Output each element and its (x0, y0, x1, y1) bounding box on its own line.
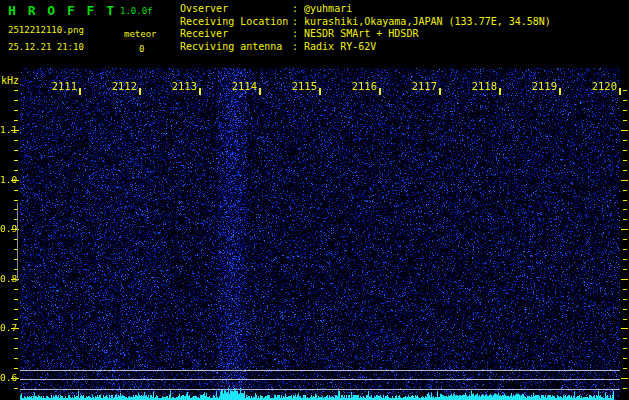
left-carryover-marker (17, 203, 18, 281)
time-axis-label: 2113 (170, 81, 197, 92)
time-tick (619, 88, 621, 95)
freq-tick-left (14, 348, 18, 349)
freq-tick-left (14, 160, 18, 161)
time-tick (319, 88, 321, 95)
freq-axis-label: 0.9 (0, 224, 15, 234)
time-axis-label: 2116 (350, 81, 377, 92)
freq-tick-right (623, 190, 627, 191)
freq-tick-right (623, 259, 627, 260)
mode-label: meteor (124, 29, 157, 39)
time-axis-label: 2118 (470, 81, 497, 92)
time-tick (79, 88, 81, 95)
freq-tick-right (623, 120, 627, 121)
freq-tick-left (14, 368, 18, 369)
freq-tick-right (621, 279, 628, 280)
output-filename: 2512212110.png (8, 25, 84, 35)
app-title: H R O F F T (8, 3, 116, 18)
info-label: Ovserver (180, 3, 292, 16)
freq-tick-left (14, 388, 18, 389)
freq-tick-right (623, 338, 627, 339)
freq-tick-right (623, 348, 627, 349)
freq-tick-left (14, 190, 18, 191)
time-tick (439, 88, 441, 95)
info-row: Recviving antenna: Radix RY-62V (180, 41, 551, 54)
hrofft-screen: H R O F F T 1.0.0f 2512212110.png meteor… (0, 0, 629, 400)
freq-tick-right (623, 358, 627, 359)
freq-tick-right (621, 180, 628, 181)
info-value: : Radix RY-62V (292, 41, 376, 54)
freq-tick-left (14, 289, 18, 290)
freq-tick-right (621, 229, 628, 230)
freq-tick-left (14, 200, 18, 201)
freq-tick-left (14, 140, 18, 141)
freq-tick-right (621, 130, 628, 131)
freq-tick-right (623, 219, 627, 220)
freq-axis-label: 1.1 (0, 125, 15, 135)
time-axis-label: 2111 (50, 81, 77, 92)
time-tick (379, 88, 381, 95)
freq-tick-right (623, 160, 627, 161)
freq-tick-right (623, 319, 627, 320)
app-version: 1.0.0f (120, 6, 153, 16)
freq-tick-left (14, 358, 18, 359)
freq-tick-right (623, 239, 627, 240)
freq-tick-right (623, 249, 627, 250)
freq-tick-right (623, 90, 627, 91)
time-axis-label: 2112 (110, 81, 137, 92)
time-tick (499, 88, 501, 95)
info-label: Recviving antenna (180, 41, 292, 54)
freq-tick-left (14, 319, 18, 320)
time-axis-label: 2119 (530, 81, 557, 92)
freq-tick-right (623, 200, 627, 201)
time-axis-label: 2120 (590, 81, 617, 92)
observer-info-block: Ovserver: @yuhmariReceiving Location: ku… (180, 3, 551, 53)
datetime-label: 25.12.21 21:10 (8, 42, 84, 52)
time-tick (259, 88, 261, 95)
info-row: Receiver: NESDR SMArt + HDSDR (180, 28, 551, 41)
freq-tick-right (623, 110, 627, 111)
freq-tick-left (14, 299, 18, 300)
time-tick (139, 88, 141, 95)
freq-axis-label: 0.6 (0, 373, 15, 383)
spectrogram-canvas (20, 68, 620, 400)
freq-tick-right (623, 150, 627, 151)
meteor-count: 0 (139, 44, 144, 54)
freq-tick-right (623, 388, 627, 389)
info-label: Receiving Location (180, 16, 292, 29)
time-axis-label: 2117 (410, 81, 437, 92)
freq-tick-left (14, 110, 18, 111)
freq-tick-right (623, 309, 627, 310)
freq-tick-left (14, 170, 18, 171)
time-tick (559, 88, 561, 95)
freq-tick-left (14, 338, 18, 339)
freq-unit-label: kHz (1, 75, 19, 86)
freq-tick-right (623, 170, 627, 171)
freq-tick-right (623, 289, 627, 290)
freq-tick-right (623, 100, 627, 101)
freq-tick-left (14, 309, 18, 310)
freq-tick-right (623, 209, 627, 210)
freq-tick-right (621, 328, 628, 329)
time-axis-label: 2115 (290, 81, 317, 92)
freq-axis-label: 0.7 (0, 323, 15, 333)
freq-tick-left (14, 100, 18, 101)
info-value: : NESDR SMArt + HDSDR (292, 28, 418, 41)
info-value: : @yuhmari (292, 3, 352, 16)
freq-tick-left (14, 90, 18, 91)
freq-tick-right (623, 269, 627, 270)
freq-tick-right (623, 299, 627, 300)
time-tick (199, 88, 201, 95)
freq-tick-right (623, 368, 627, 369)
freq-tick-right (623, 140, 627, 141)
info-value: : kurashiki,Okayama,JAPAN (133.77E, 34.5… (292, 16, 551, 29)
info-row: Ovserver: @yuhmari (180, 3, 551, 16)
freq-tick-left (14, 150, 18, 151)
freq-axis-label: 1.0 (0, 175, 15, 185)
freq-tick-right (621, 378, 628, 379)
time-axis-label: 2114 (230, 81, 257, 92)
info-row: Receiving Location: kurashiki,Okayama,JA… (180, 16, 551, 29)
freq-axis-label: 0.8 (0, 274, 15, 284)
info-label: Receiver (180, 28, 292, 41)
freq-tick-left (14, 120, 18, 121)
